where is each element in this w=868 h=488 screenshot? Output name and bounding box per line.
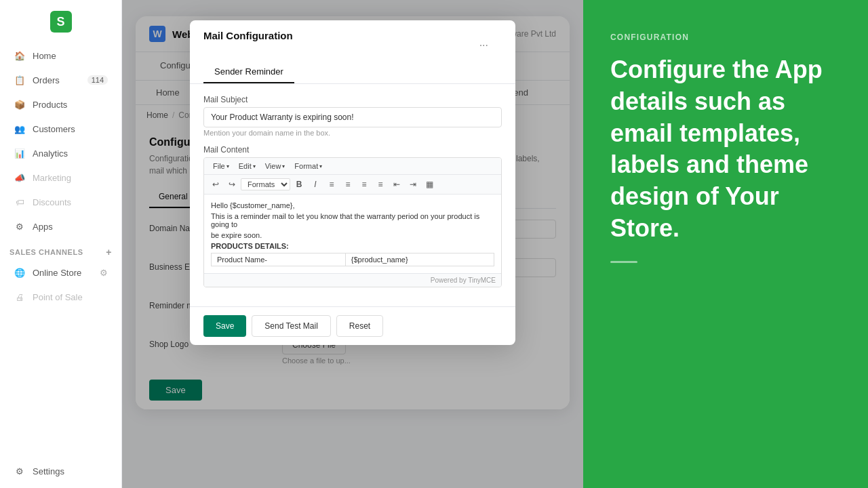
sales-channels-label: SALES CHANNELS + bbox=[0, 239, 121, 260]
editor-menu-format[interactable]: Format ▾ bbox=[290, 160, 327, 172]
sidebar: S 🏠 Home 📋 Orders 114 📦 Products 👥 Custo… bbox=[0, 0, 122, 488]
sidebar-item-label: Online Store bbox=[33, 268, 81, 278]
sidebar-item-label: Home bbox=[33, 51, 56, 61]
add-sales-channel-icon[interactable]: + bbox=[106, 247, 112, 258]
modal-reset-button[interactable]: Reset bbox=[336, 315, 383, 337]
sidebar-item-label: Settings bbox=[33, 466, 64, 476]
sidebar-item-label: Customers bbox=[33, 124, 75, 134]
redo-button[interactable]: ↪ bbox=[224, 177, 239, 192]
home-icon: 🏠 bbox=[14, 49, 26, 62]
editor-menu-edit[interactable]: Edit ▾ bbox=[234, 160, 260, 172]
sidebar-logo: S bbox=[50, 11, 72, 33]
sidebar-item-online-store[interactable]: 🌐 Online Store ⚙ bbox=[4, 261, 117, 284]
editor-line-3: be expire soon. bbox=[211, 231, 494, 239]
align-right-button[interactable]: ≡ bbox=[357, 177, 372, 192]
subject-hint: Mention your domain name in the box. bbox=[203, 129, 502, 137]
modal-menu-dots[interactable]: ··· bbox=[466, 30, 502, 61]
editor-format-toolbar: ↩ ↪ Formats B I ≡ ≡ ≡ ≡ bbox=[204, 175, 501, 195]
editor-line-2: This is a reminder mail to let you know … bbox=[211, 212, 494, 228]
modal-tab-sender-reminder[interactable]: Sender Reminder bbox=[203, 61, 294, 83]
editor-content[interactable]: Hello {$customer_name}, This is a remind… bbox=[204, 195, 501, 273]
modal-save-button[interactable]: Save bbox=[203, 315, 246, 337]
modal-title: Mail Configuration bbox=[203, 30, 293, 41]
sidebar-item-label: Analytics bbox=[33, 148, 68, 159]
editor-footer: Powered by TinyMCE bbox=[204, 273, 501, 287]
justify-button[interactable]: ≡ bbox=[373, 177, 388, 192]
right-panel-title: Configure the App details such as email … bbox=[610, 54, 841, 245]
content-label: Mail Content bbox=[203, 145, 502, 155]
right-panel-divider bbox=[610, 261, 637, 263]
analytics-icon: 📊 bbox=[14, 147, 26, 159]
sidebar-item-label: Point of Sale bbox=[33, 292, 83, 302]
sidebar-item-label: Discounts bbox=[33, 197, 71, 207]
customers-icon: 👥 bbox=[14, 123, 26, 135]
subject-input[interactable] bbox=[203, 107, 502, 127]
main-content: W Webkul Warranty Management by Webkul S… bbox=[122, 0, 583, 488]
align-center-button[interactable]: ≡ bbox=[340, 177, 355, 192]
modal-header: Mail Configuration ··· Sender Reminder bbox=[190, 20, 515, 84]
table-row: Product Name- {$product_name} bbox=[212, 253, 494, 266]
sidebar-item-settings[interactable]: ⚙ Settings bbox=[4, 460, 117, 483]
sidebar-item-label: Apps bbox=[33, 222, 53, 232]
orders-badge: 114 bbox=[87, 75, 108, 85]
modal-send-test-button[interactable]: Send Test Mail bbox=[252, 315, 331, 337]
modal-field-content: Mail Content File ▾ Edit ▾ View ▾ Format… bbox=[203, 145, 502, 287]
undo-button[interactable]: ↩ bbox=[208, 177, 223, 192]
app-card: W Webkul Warranty Management by Webkul S… bbox=[136, 16, 570, 409]
mail-config-modal: Mail Configuration ··· Sender Reminder M… bbox=[190, 20, 515, 345]
rich-text-editor: File ▾ Edit ▾ View ▾ Format ▾ ↩ ↪ Format bbox=[203, 157, 502, 287]
online-store-settings-icon[interactable]: ⚙ bbox=[100, 268, 108, 278]
sidebar-item-apps[interactable]: ⚙ Apps bbox=[4, 215, 117, 238]
formats-select[interactable]: Formats bbox=[241, 178, 290, 190]
sidebar-item-orders[interactable]: 📋 Orders 114 bbox=[4, 68, 117, 92]
product-name-value: {$product_name} bbox=[345, 253, 494, 266]
sidebar-item-pos[interactable]: 🖨 Point of Sale bbox=[4, 285, 117, 308]
discounts-icon: 🏷 bbox=[14, 196, 26, 208]
product-name-label: Product Name- bbox=[212, 253, 346, 266]
orders-icon: 📋 bbox=[14, 74, 26, 86]
editor-line-4: PRODUCTS DETAILS: bbox=[211, 242, 494, 250]
modal-actions: Save Send Test Mail Reset bbox=[190, 306, 515, 345]
sidebar-item-label: Marketing bbox=[33, 173, 71, 183]
settings-icon: ⚙ bbox=[14, 465, 26, 477]
editor-menu-file[interactable]: File ▾ bbox=[208, 160, 234, 172]
modal-overlay[interactable]: Mail Configuration ··· Sender Reminder M… bbox=[136, 16, 570, 409]
sidebar-item-home[interactable]: 🏠 Home bbox=[4, 44, 117, 67]
bold-button[interactable]: B bbox=[292, 177, 307, 192]
modal-tabs: Sender Reminder bbox=[203, 61, 502, 83]
products-icon: 📦 bbox=[14, 98, 26, 110]
sidebar-item-analytics[interactable]: 📊 Analytics bbox=[4, 142, 117, 165]
products-table: Product Name- {$product_name} bbox=[211, 253, 494, 266]
pos-icon: 🖨 bbox=[14, 291, 26, 303]
table-button[interactable]: ▦ bbox=[422, 177, 437, 192]
right-panel-label: CONFIGURATION bbox=[610, 33, 841, 42]
sidebar-item-label: Orders bbox=[33, 75, 60, 85]
indent-decrease-button[interactable]: ⇤ bbox=[389, 177, 404, 192]
modal-body: Mail Subject Mention your domain name in… bbox=[190, 84, 515, 306]
align-left-button[interactable]: ≡ bbox=[324, 177, 339, 192]
italic-button[interactable]: I bbox=[308, 177, 323, 192]
sidebar-item-marketing[interactable]: 📣 Marketing bbox=[4, 166, 117, 189]
editor-menu-toolbar: File ▾ Edit ▾ View ▾ Format ▾ bbox=[204, 158, 501, 175]
sidebar-item-customers[interactable]: 👥 Customers bbox=[4, 117, 117, 140]
right-panel: CONFIGURATION Configure the App details … bbox=[583, 0, 868, 488]
apps-icon: ⚙ bbox=[14, 220, 26, 232]
sidebar-item-label: Products bbox=[33, 100, 67, 110]
modal-field-subject: Mail Subject Mention your domain name in… bbox=[203, 95, 502, 137]
editor-menu-view[interactable]: View ▾ bbox=[260, 160, 290, 172]
sidebar-item-products[interactable]: 📦 Products bbox=[4, 93, 117, 116]
marketing-icon: 📣 bbox=[14, 171, 26, 184]
store-icon: 🌐 bbox=[14, 266, 26, 279]
sidebar-item-discounts[interactable]: 🏷 Discounts bbox=[4, 190, 117, 214]
indent-increase-button[interactable]: ⇥ bbox=[406, 177, 420, 192]
subject-label: Mail Subject bbox=[203, 95, 502, 104]
editor-line-1: Hello {$customer_name}, bbox=[211, 201, 494, 209]
